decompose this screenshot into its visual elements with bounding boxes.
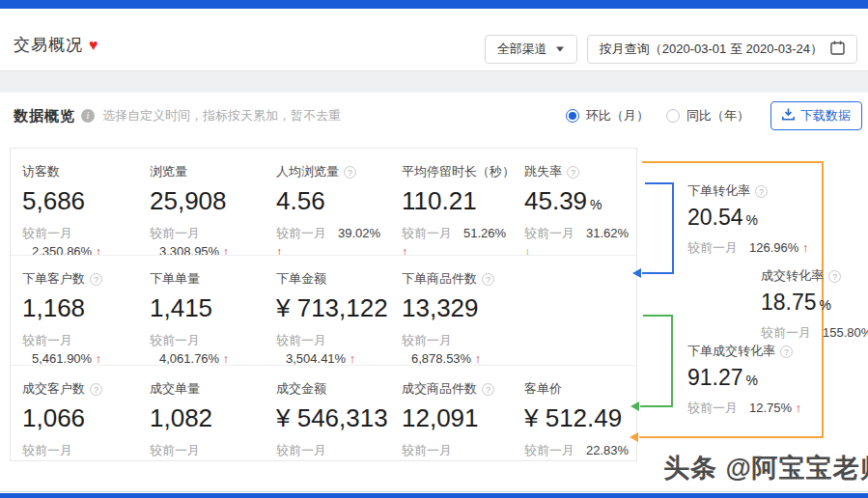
page-header: 交易概况♥ 全部渠道 按月查询（2020-03-01 至 2020-03-24） [0, 9, 868, 70]
metric-order-amount: 下单金额 ¥ 713,122 较前一月3,504.41% ↑ [265, 256, 390, 365]
metric-label: 平均停留时长（秒） [402, 163, 513, 180]
radio-unselected-icon[interactable] [666, 109, 680, 123]
metric-label: 成交金额 [276, 380, 326, 398]
radio-mom[interactable]: 环比（月） [566, 107, 649, 124]
metric-compare: 较前一月4,739.12% ↑ [276, 441, 386, 459]
help-icon[interactable]: ? [755, 185, 768, 198]
metric-compare: 较前一月22.83% ↓ [524, 441, 632, 459]
metric-label: 跳失率 [524, 163, 562, 180]
metric-label: 成交单量 [150, 380, 200, 398]
metric-value: 5,686 [22, 186, 134, 216]
metric-pageviews: 浏览量 25,908 较前一月3,308.95% ↑ [138, 149, 265, 255]
metric-label: 下单单量 [150, 270, 200, 288]
metric-order-customers: 下单客户数? 1,168 较前一月5,461.90% ↑ [11, 256, 138, 365]
conversion-value: 20.54% [687, 205, 832, 231]
download-data-button[interactable]: 下载数据 [770, 101, 862, 130]
help-icon[interactable]: ? [90, 383, 102, 396]
metric-deal-items: 成交商品件数? 12,091 较前一月8,790.44% ↑ [390, 366, 513, 459]
blue-bracket-top [645, 182, 674, 184]
radio-mom-label: 环比（月） [586, 107, 649, 124]
metric-label: 下单商品件数 [402, 270, 477, 288]
metric-value: 25,908 [150, 186, 261, 216]
heart-icon: ♥ [89, 37, 99, 53]
metric-avg-stay-seconds: 平均停留时长（秒） 110.21 较前一月51.26% ↑ [390, 149, 513, 255]
info-icon[interactable]: i [81, 109, 95, 123]
metric-value: 110.21 [402, 186, 509, 216]
metric-compare: 较前一月6,264.71% ↑ [150, 441, 261, 459]
calendar-icon [830, 41, 845, 58]
metric-label: 下单客户数 [22, 270, 85, 288]
section-title: 数据概览 [14, 107, 75, 125]
metric-label: 成交商品件数 [402, 380, 477, 398]
metric-value: 12,091 [402, 403, 509, 433]
metric-deal-amount: 成交金额 ¥ 546,313 较前一月4,739.12% ↑ [265, 366, 390, 459]
metric-visitors: 访客数 5,686 较前一月2,350.86% ↑ [11, 149, 138, 255]
chevron-down-icon [556, 47, 564, 52]
metric-value: ¥ 546,313 [276, 403, 386, 433]
green-arrow-icon [630, 401, 639, 411]
top-blue-bar [0, 0, 868, 9]
conversion-compare: 较前一月155.80% [761, 323, 868, 342]
metric-compare: 较前一月4,061.76% ↑ [150, 331, 261, 365]
bottom-blue-bar [0, 493, 868, 498]
metric-compare: 较前一月31.62% ↓ [524, 224, 632, 255]
metric-compare: 较前一月2,350.86% ↑ [22, 224, 134, 255]
conversion-label: 成交转化率 [761, 267, 824, 285]
green-bracket-top [643, 315, 673, 317]
blue-bracket-bottom [642, 272, 674, 274]
conversion-deal-rate: 成交转化率? 18.75% 较前一月155.80% [761, 267, 868, 342]
metric-compare: 较前一月39.02% ↑ [276, 224, 386, 255]
metric-compare: 较前一月6,878.53% ↑ [402, 331, 509, 365]
help-icon[interactable]: ? [344, 166, 356, 179]
radio-selected-icon[interactable] [566, 109, 579, 123]
green-bracket-bottom [640, 405, 673, 407]
help-icon[interactable]: ? [90, 273, 102, 286]
conversion-compare: 较前一月126.96% ↑ [687, 238, 832, 257]
metric-value: ¥ 512.49 [524, 403, 632, 433]
metric-label: 浏览量 [150, 163, 187, 180]
metric-compare: 较前一月3,308.95% ↑ [150, 224, 261, 255]
dashboard-page: 交易概况♥ 全部渠道 按月查询（2020-03-01 至 2020-03-24）… [0, 0, 868, 498]
metric-compare: 较前一月6,170.59% ↑ [22, 441, 134, 459]
watermark: 头条 @阿宝宝老师 [663, 451, 868, 485]
radio-yoy-label: 同比（年） [686, 107, 749, 124]
metrics-row-traffic: 访客数 5,686 较前一月2,350.86% ↑ 浏览量 25,908 较前一… [11, 149, 636, 256]
metric-value: 1,066 [22, 403, 134, 433]
download-icon [782, 108, 795, 124]
metrics-row-deals: 成交客户数? 1,066 较前一月6,170.59% ↑ 成交单量 1,082 … [11, 366, 636, 459]
page-title: 交易概况♥ [14, 34, 99, 56]
header-controls: 全部渠道 按月查询（2020-03-01 至 2020-03-24） [485, 35, 857, 64]
metric-value: 4.56 [276, 186, 386, 216]
green-bracket-right [671, 315, 673, 407]
help-icon[interactable]: ? [567, 166, 579, 179]
metric-value: 13,329 [402, 293, 509, 323]
conversion-value: 91.27% [687, 365, 832, 391]
conversion-label: 下单转化率 [687, 182, 750, 200]
metric-pv-per-visitor: 人均浏览量? 4.56 较前一月39.02% ↑ [265, 149, 390, 255]
metric-order-items: 下单商品件数? 13,329 较前一月6,878.53% ↑ [390, 256, 513, 365]
help-icon[interactable]: ? [482, 273, 494, 286]
conversion-value: 18.75% [761, 290, 868, 316]
metric-value: 45.39% [524, 186, 632, 216]
orange-bracket-bottom [639, 436, 824, 438]
download-button-label: 下载数据 [800, 107, 851, 124]
metric-label: 成交客户数 [22, 380, 85, 398]
channel-dropdown[interactable]: 全部渠道 [485, 35, 577, 64]
metric-value: ¥ 713,122 [276, 293, 386, 323]
date-range-button[interactable]: 按月查询（2020-03-01 至 2020-03-24） [587, 35, 857, 64]
help-icon[interactable]: ? [482, 383, 494, 396]
metric-bounce-rate: 跳失率? 45.39% 较前一月31.62% ↓ [513, 149, 636, 255]
help-icon[interactable]: ? [828, 270, 841, 283]
metric-avg-order-value: 客单价 ¥ 512.49 较前一月22.83% ↓ [513, 366, 636, 459]
metric-label: 下单金额 [276, 270, 326, 288]
metrics-card: 访客数 5,686 较前一月2,350.86% ↑ 浏览量 25,908 较前一… [10, 148, 637, 461]
help-icon[interactable]: ? [780, 346, 793, 358]
conversion-order-to-deal-rate: 下单成交转化率? 91.27% 较前一月12.75% ↑ [687, 343, 832, 417]
radio-yoy[interactable]: 同比（年） [666, 107, 749, 124]
metric-label: 访客数 [22, 163, 60, 180]
overview-toolbar: 数据概览 i 选择自定义时间，指标按天累加，暂不去重 环比（月） 同比（年） 下… [14, 100, 862, 131]
metric-deal-customers: 成交客户数? 1,066 较前一月6,170.59% ↑ [11, 366, 138, 459]
metric-compare: 较前一月3,504.41% ↑ [276, 331, 386, 365]
orange-arrow-icon [630, 432, 638, 442]
metrics-row-orders: 下单客户数? 1,168 较前一月5,461.90% ↑ 下单单量 1,415 … [11, 256, 636, 366]
